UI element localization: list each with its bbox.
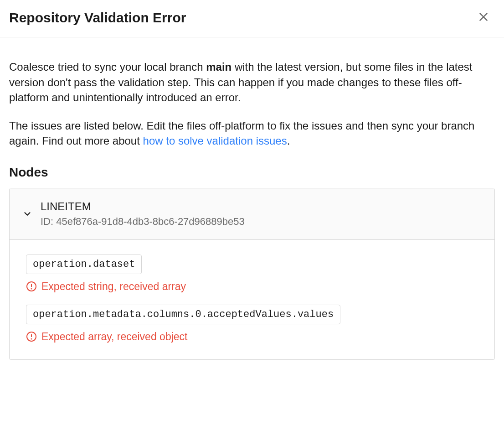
- issue-path: operation.dataset: [26, 255, 142, 274]
- close-button[interactable]: [476, 9, 491, 26]
- svg-point-4: [31, 289, 32, 289]
- dialog-title: Repository Validation Error: [9, 10, 186, 26]
- error-message: Expected string, received array: [41, 281, 186, 293]
- description-paragraph-1: Coalesce tried to sync your local branch…: [9, 59, 495, 105]
- node-id-value: 45ef876a-91d8-4db3-8bc6-27d96889be53: [56, 216, 244, 227]
- alert-circle-icon: [26, 331, 37, 342]
- chevron-down-icon: [22, 209, 32, 219]
- desc-p1-prefix: Coalesce tried to sync your local branch: [9, 61, 206, 73]
- node-name: LINEITEM: [41, 200, 245, 213]
- node-id-line: ID: 45ef876a-91d8-4db3-8bc6-27d96889be53: [41, 216, 245, 228]
- close-icon: [478, 11, 489, 24]
- error-line: Expected string, received array: [26, 281, 478, 293]
- node-card: LINEITEM ID: 45ef876a-91d8-4db3-8bc6-27d…: [9, 188, 495, 360]
- branch-name: main: [206, 61, 231, 73]
- issue-path: operation.metadata.columns.0.acceptedVal…: [26, 305, 340, 324]
- node-header[interactable]: LINEITEM ID: 45ef876a-91d8-4db3-8bc6-27d…: [10, 188, 494, 240]
- description-paragraph-2: The issues are listed below. Edit the fi…: [9, 118, 495, 149]
- nodes-heading: Nodes: [9, 165, 495, 180]
- error-message: Expected array, received object: [41, 331, 187, 343]
- help-link[interactable]: how to solve validation issues: [143, 135, 287, 147]
- svg-point-7: [31, 339, 32, 339]
- node-body: operation.dataset Expected string, recei…: [10, 240, 494, 359]
- issue-block: operation.dataset Expected string, recei…: [26, 255, 478, 293]
- dialog-header: Repository Validation Error: [0, 0, 504, 37]
- desc-p2-suffix: .: [287, 135, 290, 147]
- issue-block: operation.metadata.columns.0.acceptedVal…: [26, 305, 478, 343]
- validation-error-dialog: Repository Validation Error Coalesce tri…: [0, 0, 504, 369]
- node-id-label: ID:: [41, 216, 56, 227]
- alert-circle-icon: [26, 281, 37, 292]
- error-line: Expected array, received object: [26, 331, 478, 343]
- dialog-body: Coalesce tried to sync your local branch…: [0, 37, 504, 369]
- node-header-text: LINEITEM ID: 45ef876a-91d8-4db3-8bc6-27d…: [41, 200, 245, 228]
